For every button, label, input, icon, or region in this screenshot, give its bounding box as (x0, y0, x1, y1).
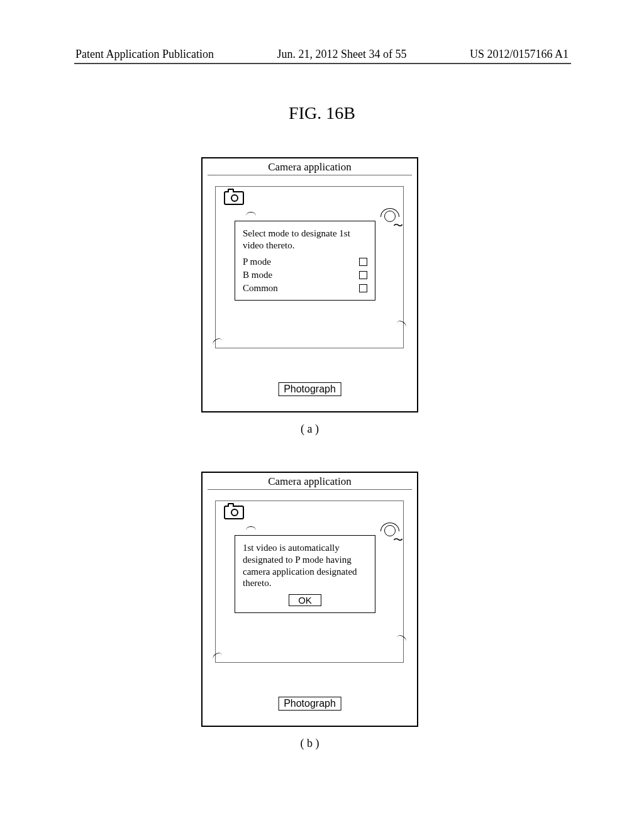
panel-a-titlebar: Camera application (203, 158, 417, 174)
page-header: Patent Application Publication Jun. 21, … (0, 48, 644, 65)
option-label: B mode (243, 270, 272, 280)
wave-mark-icon (246, 212, 256, 216)
dialog-message: 1st video is automatically designated to… (243, 542, 367, 589)
option-label: P mode (243, 257, 271, 267)
header-right: US 2012/0157166 A1 (470, 48, 569, 61)
option-p-mode[interactable]: P mode (243, 257, 367, 267)
wave-mark-icon (396, 634, 407, 641)
camera-icon (224, 191, 244, 205)
touch-finger-icon: 〜 (380, 211, 399, 230)
panel-b-title-rule (208, 489, 412, 490)
photograph-button[interactable]: Photograph (278, 382, 341, 396)
header-rule (74, 63, 571, 64)
panel-b-titlebar: Camera application (203, 473, 417, 488)
camera-icon (224, 506, 244, 519)
caption-b: ( b ) (201, 737, 418, 750)
panel-a: Camera application 〜 Select mode to desi… (201, 157, 418, 412)
header-row: Patent Application Publication Jun. 21, … (0, 48, 644, 65)
checkbox-icon[interactable] (359, 284, 367, 292)
mode-select-dialog: Select mode to designate 1st video there… (235, 221, 375, 301)
mode-options: P mode B mode Common (243, 257, 367, 294)
header-left: Patent Application Publication (75, 48, 214, 61)
figure-title: FIG. 16B (0, 103, 644, 123)
panel-b-title: Camera application (268, 475, 352, 487)
auto-designate-dialog: 1st video is automatically designated to… (235, 535, 375, 613)
wave-mark-icon (396, 319, 407, 327)
option-common[interactable]: Common (243, 283, 367, 294)
checkbox-icon[interactable] (359, 271, 367, 279)
panel-a-viewport: 〜 Select mode to designate 1st video the… (215, 186, 404, 348)
wave-mark-icon (211, 651, 222, 659)
ok-button[interactable]: OK (289, 594, 321, 606)
header-center: Jun. 21, 2012 Sheet 34 of 55 (277, 48, 406, 61)
dialog-prompt: Select mode to designate 1st video there… (243, 228, 367, 252)
wave-mark-icon (246, 526, 256, 530)
photograph-button[interactable]: Photograph (278, 697, 341, 711)
panel-a-title: Camera application (268, 161, 352, 173)
panel-b-viewport: 〜 1st video is automatically designated … (215, 501, 404, 663)
panel-b: Camera application 〜 1st video is automa… (201, 472, 418, 727)
panel-a-title-rule (208, 175, 412, 175)
touch-finger-icon: 〜 (380, 525, 399, 544)
checkbox-icon[interactable] (359, 258, 367, 266)
wave-mark-icon (211, 337, 222, 345)
option-label: Common (243, 283, 278, 294)
option-b-mode[interactable]: B mode (243, 270, 367, 280)
caption-a: ( a ) (201, 423, 418, 436)
page: Patent Application Publication Jun. 21, … (0, 0, 644, 830)
